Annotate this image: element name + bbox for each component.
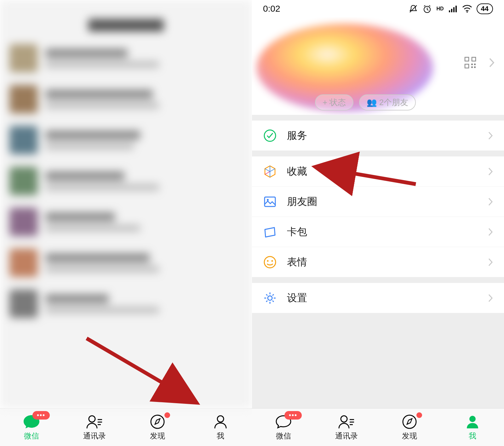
tab-discover[interactable]: 发现: [378, 409, 441, 446]
menu-label: 收藏: [287, 165, 488, 178]
svg-rect-22: [265, 197, 275, 206]
tab-label: 通讯录: [83, 431, 106, 441]
battery-level: 44: [477, 3, 493, 14]
profile-header[interactable]: + 状态 👥 2个朋友: [252, 17, 504, 115]
menu-moments[interactable]: 朋友圈: [252, 187, 504, 217]
menu-label: 设置: [287, 291, 488, 305]
svg-point-25: [267, 260, 269, 262]
compass-icon: [401, 414, 418, 430]
svg-rect-20: [474, 66, 476, 68]
svg-point-23: [267, 199, 269, 201]
tab-contacts[interactable]: 通讯录: [63, 409, 126, 446]
tab-label: 我: [469, 431, 476, 441]
left-tabbar: ••• 微信 通讯录 发现 我: [0, 408, 252, 446]
right-phone: 0:02 HD 44 + 状态 👥 2个朋友 服务: [252, 0, 504, 446]
chevron-right-icon: [488, 294, 493, 302]
signal-icon: [448, 5, 458, 13]
menu-label: 服务: [287, 129, 488, 143]
svg-rect-17: [471, 64, 473, 65]
tab-label: 发现: [150, 431, 165, 441]
person-icon: [212, 414, 229, 430]
tab-label: 微信: [24, 431, 39, 441]
discover-notification-dot: [164, 412, 170, 418]
svg-rect-11: [453, 7, 455, 12]
svg-point-21: [264, 130, 276, 141]
menu-services[interactable]: 服务: [252, 121, 504, 151]
svg-rect-18: [474, 64, 476, 65]
tab-label: 发现: [402, 431, 417, 441]
section-gap: [252, 151, 504, 156]
status-chip[interactable]: + 状态: [315, 94, 353, 110]
left-phone: ••• 微信 通讯录 发现 我: [0, 0, 252, 446]
svg-rect-15: [472, 57, 476, 61]
svg-point-33: [469, 416, 476, 422]
qrcode-icon[interactable]: [464, 57, 476, 69]
status-time: 0:02: [263, 4, 280, 14]
svg-rect-19: [471, 66, 473, 68]
chevron-right-icon: [488, 131, 493, 140]
cards-icon: [263, 225, 277, 239]
tab-contacts[interactable]: 通讯录: [315, 409, 378, 446]
sticker-icon: [263, 255, 277, 269]
alarm-icon: [422, 4, 432, 14]
svg-point-4: [151, 415, 164, 428]
gear-icon: [263, 291, 277, 305]
tab-label: 通讯录: [335, 431, 358, 441]
svg-point-32: [403, 415, 416, 428]
mute-icon: [409, 4, 418, 14]
svg-point-28: [341, 416, 347, 422]
tab-chats[interactable]: ••• 微信: [252, 409, 315, 446]
discover-notification-dot: [416, 412, 422, 418]
section-gap: [252, 115, 504, 121]
blurred-chat-list: [0, 0, 252, 408]
svg-rect-14: [465, 57, 469, 61]
unread-badge: •••: [284, 411, 302, 420]
menu-label: 表情: [287, 255, 488, 269]
unread-badge: •••: [32, 411, 50, 420]
svg-point-0: [89, 416, 95, 422]
svg-rect-12: [455, 6, 457, 12]
svg-point-27: [268, 296, 272, 300]
svg-point-24: [264, 257, 276, 268]
section-gap: [252, 277, 504, 283]
contacts-icon: [338, 414, 355, 430]
status-icons: HD 44: [409, 3, 493, 14]
svg-rect-9: [449, 10, 450, 12]
hd-indicator: HD: [436, 6, 444, 12]
contacts-icon: [86, 414, 103, 430]
svg-point-26: [272, 260, 273, 262]
tab-label: 微信: [276, 431, 291, 441]
compass-icon: [149, 414, 166, 430]
tab-me[interactable]: 我: [441, 409, 504, 446]
svg-point-13: [467, 11, 468, 13]
svg-point-5: [217, 416, 224, 422]
wifi-icon: [462, 5, 472, 13]
chevron-right-icon: [488, 167, 493, 176]
svg-rect-16: [465, 64, 469, 68]
person-icon: [464, 414, 481, 430]
menu-settings[interactable]: 设置: [252, 283, 504, 313]
menu-cards[interactable]: 卡包: [252, 217, 504, 247]
menu-stickers[interactable]: 表情: [252, 247, 504, 277]
tab-chats[interactable]: ••• 微信: [0, 409, 63, 446]
chevron-right-icon: [488, 258, 493, 267]
moments-icon: [263, 195, 277, 209]
menu-label: 朋友圈: [287, 195, 488, 209]
menu-favorites[interactable]: 收藏: [252, 156, 504, 187]
tab-me[interactable]: 我: [189, 409, 252, 446]
chevron-right-icon: [488, 197, 493, 206]
bottom-fill: [252, 313, 504, 408]
favorites-icon: [263, 165, 277, 178]
right-tabbar: ••• 微信 通讯录 发现 我: [252, 408, 504, 446]
tab-label: 我: [217, 431, 224, 441]
friends-chip[interactable]: 👥 2个朋友: [359, 94, 416, 110]
chevron-right-icon: [488, 228, 493, 236]
status-bar: 0:02 HD 44: [252, 0, 504, 17]
services-icon: [263, 129, 277, 143]
chevron-right-icon: [489, 58, 495, 68]
tab-discover[interactable]: 发现: [126, 409, 189, 446]
menu-label: 卡包: [287, 225, 488, 239]
svg-rect-10: [451, 9, 452, 12]
